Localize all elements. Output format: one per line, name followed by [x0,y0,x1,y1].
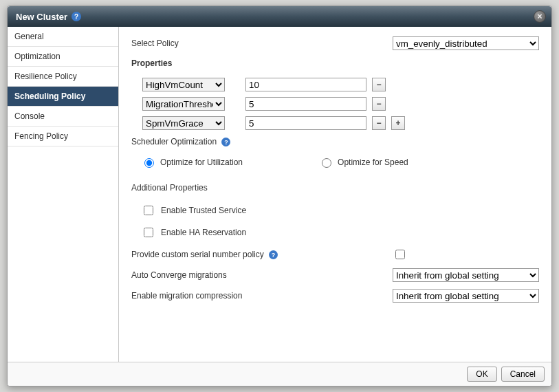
property-value-input[interactable] [245,78,366,91]
property-key-select[interactable]: SpmVmGrace [142,116,225,130]
help-icon[interactable]: ? [221,138,230,146]
property-key-select[interactable]: HighVmCount [142,78,225,91]
serial-number-label: Provide custom serial number policy ? [131,250,393,259]
policy-select[interactable]: vm_evenly_distributed [393,36,539,50]
enable-ha-reservation-checkbox[interactable] [144,228,153,237]
trusted-service-row: Enable Trusted Service [141,204,539,217]
scheduler-radio-group: Optimize for Utilization Optimize for Sp… [141,156,539,168]
sidebar-item-label: Resilience Policy [14,72,77,81]
sidebar-item-resilience-policy[interactable]: Resilience Policy [8,67,118,87]
dialog-title: New Cluster [16,12,67,22]
scheduler-optimization-heading: Scheduler Optimization ? [131,137,539,146]
optimize-speed-radio[interactable] [322,158,331,168]
migration-compression-select[interactable]: Inherit from global setting [393,289,539,303]
sidebar-item-fencing-policy[interactable]: Fencing Policy [8,127,118,146]
dialog-footer: OK Cancel [8,362,551,386]
additional-properties-heading: Additional Properties [131,183,539,193]
enable-trusted-service-checkbox[interactable] [144,206,153,215]
new-cluster-dialog: New Cluster ? × General Optimization Res… [7,6,552,386]
auto-converge-select[interactable]: Inherit from global setting [393,268,539,282]
dialog-titlebar: New Cluster ? × [8,6,551,27]
sidebar-item-scheduling-policy[interactable]: Scheduling Policy [8,87,118,107]
serial-number-checkbox[interactable] [395,250,405,259]
remove-property-button[interactable]: − [372,97,386,111]
radio-label: Optimize for Utilization [160,157,243,167]
ok-button[interactable]: OK [467,367,496,382]
sidebar-item-general[interactable]: General [8,27,118,47]
property-value-input[interactable] [245,116,366,130]
sidebar: General Optimization Resilience Policy S… [8,27,119,362]
optimize-speed-option[interactable]: Optimize for Speed [318,156,408,168]
remove-property-button[interactable]: − [372,116,386,130]
property-row: HighVmCount − [142,78,539,91]
migration-compression-label: Enable migration compression [131,291,393,301]
sidebar-item-label: Console [14,111,45,121]
cancel-button[interactable]: Cancel [501,367,545,382]
checkbox-label: Enable Trusted Service [161,206,246,215]
content-pane: Select Policy vm_evenly_distributed Prop… [119,27,551,362]
sidebar-item-console[interactable]: Console [8,107,118,127]
optimize-utilization-option[interactable]: Optimize for Utilization [141,156,243,168]
close-icon[interactable]: × [534,10,546,23]
sidebar-item-label: General [14,32,44,41]
property-row: MigrationThreshold − [142,97,539,111]
add-property-button[interactable]: + [391,116,405,130]
ha-reservation-row: Enable HA Reservation [141,226,539,239]
radio-label: Optimize for Speed [338,157,408,167]
property-row: SpmVmGrace − + [142,116,539,130]
auto-converge-label: Auto Converge migrations [131,270,393,280]
help-icon[interactable]: ? [269,250,278,259]
sidebar-item-label: Optimization [14,52,61,61]
remove-property-button[interactable]: − [372,78,386,91]
property-value-input[interactable] [245,97,366,111]
property-key-select[interactable]: MigrationThreshold [142,97,225,111]
sidebar-item-optimization[interactable]: Optimization [8,47,118,67]
dialog-body: General Optimization Resilience Policy S… [8,27,551,362]
checkbox-label: Enable HA Reservation [161,228,246,237]
sidebar-item-label: Scheduling Policy [14,91,85,101]
properties-heading: Properties [131,58,539,68]
sidebar-item-label: Fencing Policy [14,131,68,141]
help-icon[interactable]: ? [72,12,81,21]
optimize-utilization-radio[interactable] [144,158,154,168]
select-policy-label: Select Policy [131,39,393,48]
